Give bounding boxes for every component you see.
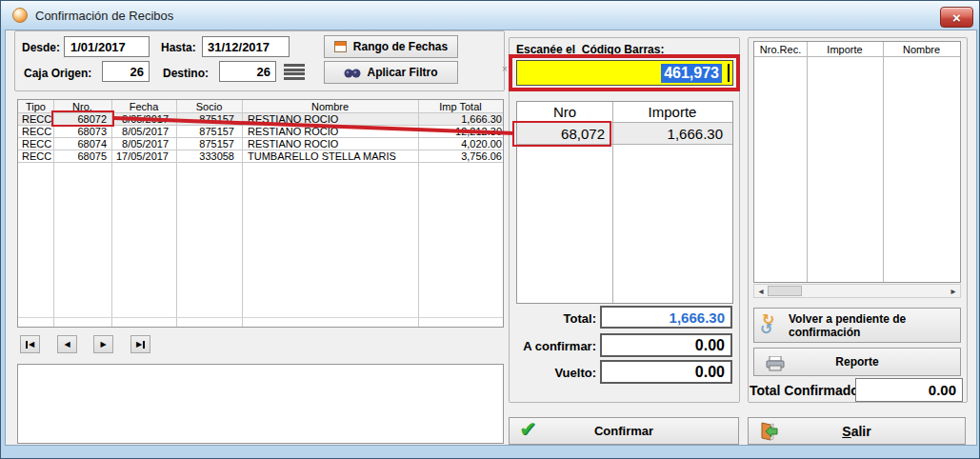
destino-input[interactable]: 26 — [219, 61, 276, 82]
desde-input[interactable]: 1/01/2017 — [64, 36, 150, 57]
receipts-table[interactable]: Tipo Nro. Fecha Socio Nombre Imp Total R… — [17, 99, 504, 328]
caja-origen-value: 26 — [130, 65, 144, 79]
confirmar-button[interactable]: ✔ Confirmar — [509, 417, 739, 445]
table-row[interactable]: RECC 68073 8/05/2017 875157 RESTIANO ROC… — [18, 126, 503, 138]
last-record-button[interactable]: ▶ — [130, 335, 150, 353]
message-box[interactable] — [17, 364, 504, 444]
total-confirmado-field: 0.00 — [855, 378, 963, 402]
col-nro: Nro. — [53, 101, 111, 112]
cell: RESTIANO ROCIO — [242, 113, 418, 125]
cell: 4,020.00 — [418, 138, 503, 150]
reporte-label: Reporte — [835, 355, 878, 369]
cell: 875157 — [176, 113, 242, 125]
a-confirmar-value: 0.00 — [695, 337, 725, 354]
next-record-icon: ▶ — [100, 340, 106, 349]
menu-icon[interactable] — [284, 64, 305, 80]
caja-origen-input[interactable]: 26 — [102, 61, 150, 82]
field-marker-icon: × — [502, 64, 508, 74]
cell: 3,756.06 — [418, 150, 503, 162]
col-importe: Importe — [612, 104, 732, 120]
col-nro-rec: Nro.Rec. — [754, 44, 807, 55]
cell: 8/05/2017 — [111, 138, 176, 150]
prev-record-button[interactable]: ◀ — [57, 335, 77, 353]
scan-label: Escanée el Código Barras: — [516, 43, 664, 56]
grid-line — [18, 317, 503, 318]
col-socio: Socio — [176, 101, 242, 112]
aplicar-filtro-button[interactable]: Aplicar Filtro — [324, 61, 458, 84]
column-divider — [807, 42, 808, 282]
scroll-right-icon[interactable]: ▸ — [947, 285, 960, 297]
column-divider — [612, 102, 613, 303]
close-button[interactable]: × — [940, 7, 973, 28]
hasta-value: 31/12/2017 — [208, 40, 270, 54]
printer-icon — [766, 356, 785, 371]
cell: TUMBARELLO STELLA MARIS — [242, 150, 418, 162]
col-tipo: Tipo — [18, 101, 53, 112]
confirmed-table[interactable]: Nro.Rec. Importe Nombre — [753, 41, 961, 283]
rango-de-fechas-button[interactable]: Rango de Fechas — [324, 35, 458, 58]
cell: 8/05/2017 — [111, 113, 176, 125]
caja-origen-label: Caja Origen: — [24, 67, 91, 80]
scanned-items-table[interactable]: Nro Importe 68,072 1,666.30 — [516, 101, 733, 304]
col-nro: Nro — [517, 104, 612, 120]
column-divider — [242, 100, 243, 327]
app-icon — [12, 8, 28, 23]
first-record-button[interactable]: ◀ — [20, 335, 40, 353]
horizontal-scrollbar[interactable]: ◂ ▸ — [753, 284, 961, 298]
destino-value: 26 — [257, 65, 270, 79]
cell: RESTIANO ROCIO — [242, 138, 418, 150]
col-nombre: Nombre — [242, 101, 418, 112]
cell: RECC — [18, 138, 53, 150]
cell: 333058 — [176, 150, 242, 162]
confirmed-table-header: Nro.Rec. Importe Nombre — [754, 42, 960, 57]
cell: 68072 — [53, 113, 111, 125]
total-confirmado-label: Total Confirmado: — [750, 383, 864, 398]
col-imp-total: Imp Total — [418, 101, 503, 112]
title-bar: Confirmación de Recibos × — [1, 1, 979, 30]
hasta-label: Hasta: — [161, 41, 196, 54]
scanned-table-header: Nro Importe — [517, 102, 732, 123]
column-divider — [883, 42, 884, 282]
cell: 8/05/2017 — [111, 126, 176, 137]
total-value: 1,666.30 — [670, 309, 725, 326]
app-window: Confirmación de Recibos × Desde: 1/01/20… — [0, 0, 980, 459]
reporte-button[interactable]: Reporte — [753, 348, 961, 376]
scroll-left-icon[interactable]: ◂ — [754, 285, 768, 297]
column-divider — [53, 100, 54, 327]
a-confirmar-field[interactable]: 0.00 — [600, 333, 732, 357]
volver-label: Volver a pendiente de confirmación — [789, 312, 906, 339]
destino-label: Destino: — [163, 67, 209, 80]
col-nombre: Nombre — [883, 44, 960, 55]
col-importe: Importe — [807, 44, 883, 55]
vuelto-field: 0.00 — [600, 360, 732, 384]
cell: RESTIANO ROCIO — [242, 126, 418, 137]
receipts-table-header: Tipo Nro. Fecha Socio Nombre Imp Total — [18, 100, 503, 113]
table-row[interactable]: 68,072 1,666.30 — [517, 123, 732, 145]
bar — [143, 341, 145, 349]
barcode-input[interactable]: 461,973 — [516, 60, 733, 86]
next-record-button[interactable]: ▶ — [93, 335, 113, 353]
hasta-input[interactable]: 31/12/2017 — [202, 36, 290, 57]
table-row[interactable]: RECC 68075 17/05/2017 333058 TUMBARELLO … — [18, 150, 503, 163]
cell: 1,666.30 — [418, 113, 503, 125]
cell: 875157 — [176, 126, 242, 137]
volver-pendiente-button[interactable]: ↻ ↺ Volver a pendiente de confirmación — [753, 308, 961, 343]
cell: 68075 — [53, 150, 111, 162]
salir-button[interactable]: Salir — [748, 417, 966, 445]
barcode-value: 461,973 — [661, 64, 722, 83]
prev-record-icon: ◀ — [64, 340, 70, 349]
total-confirmado-value: 0.00 — [929, 382, 956, 398]
vuelto-label: Vuelto: — [504, 366, 596, 380]
table-row[interactable]: RECC 68072 8/05/2017 875157 RESTIANO ROC… — [18, 113, 503, 126]
desde-label: Desde: — [22, 41, 60, 54]
cell: 68073 — [53, 126, 111, 137]
vuelto-value: 0.00 — [695, 364, 725, 381]
cell: 1,666.30 — [612, 126, 732, 142]
cell: RECC — [18, 126, 53, 137]
column-divider — [418, 100, 419, 327]
close-icon: × — [952, 10, 961, 26]
scroll-thumb[interactable] — [768, 286, 802, 296]
table-row[interactable]: RECC 68074 8/05/2017 875157 RESTIANO ROC… — [18, 138, 503, 150]
first-record-icon: ◀ — [29, 340, 34, 349]
a-confirmar-label: A confirmar: — [504, 339, 596, 353]
